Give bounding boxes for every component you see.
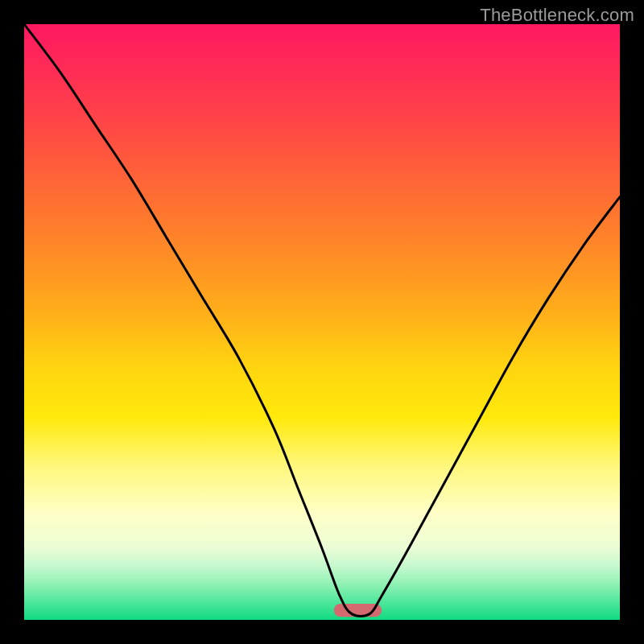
plot-svg	[24, 24, 620, 620]
bottleneck-curve	[24, 24, 620, 616]
watermark-text: TheBottleneck.com	[480, 5, 634, 26]
plot-area	[24, 24, 620, 620]
chart-frame: TheBottleneck.com	[0, 0, 644, 644]
